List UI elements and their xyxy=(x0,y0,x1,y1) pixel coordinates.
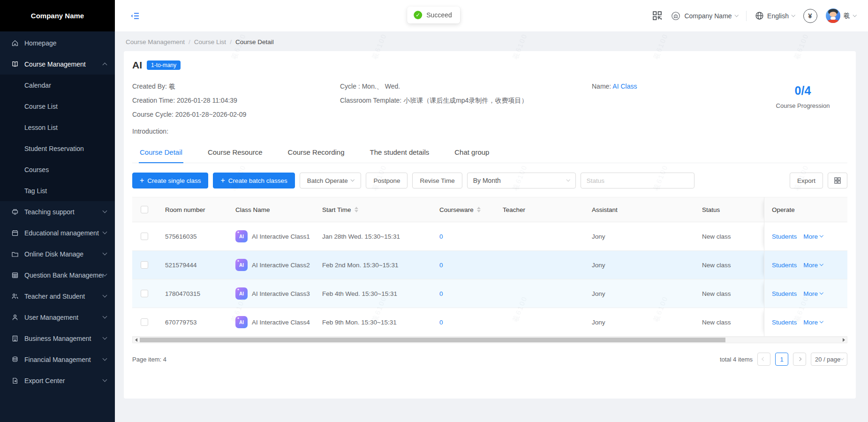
sidebar-item-online-disk-manage[interactable]: Online Disk Manage xyxy=(0,243,115,264)
progression-label: Course Progression xyxy=(758,102,847,109)
sidebar-item-export-center[interactable]: Export Center xyxy=(0,370,115,391)
company-switcher[interactable]: Company Name xyxy=(671,11,738,21)
sidebar-item-calendar[interactable]: Calendar xyxy=(0,75,115,96)
tab-chat-group[interactable]: Chat group xyxy=(453,144,490,163)
column-settings-button[interactable] xyxy=(828,173,847,188)
more-link[interactable]: More xyxy=(803,290,823,297)
chevron-down-icon xyxy=(820,319,823,323)
sidebar-item-financial-management[interactable]: Financial Management xyxy=(0,349,115,370)
breadcrumb-item[interactable]: Course List xyxy=(194,38,226,45)
month-filter-select[interactable]: By Month xyxy=(467,173,576,188)
sidebar-item-teacher-and-student[interactable]: Teacher and Student xyxy=(0,286,115,307)
create-batch-classes-label: Create batch classes xyxy=(228,177,287,184)
cycle-value: Mon.、 Wed. xyxy=(362,83,400,90)
sidebar-item-tag-list[interactable]: Tag List xyxy=(0,180,115,201)
students-link[interactable]: Students xyxy=(772,319,797,326)
create-batch-classes-button[interactable]: + Create batch classes xyxy=(213,173,294,188)
sidebar-item-educational-management[interactable]: Educational management xyxy=(0,222,115,243)
more-link[interactable]: More xyxy=(803,262,823,269)
batch-operate-button[interactable]: Batch Operate xyxy=(300,173,362,188)
chevron-down-icon xyxy=(351,178,355,181)
coins-icon xyxy=(11,355,19,363)
scroll-left-arrow[interactable] xyxy=(133,337,139,343)
sidebar-item-courses[interactable]: Courses xyxy=(0,159,115,180)
home-icon xyxy=(11,39,19,47)
courseware-count-link[interactable]: 0 xyxy=(439,262,443,269)
sidebar: Company Name Homepage Course Management … xyxy=(0,0,115,422)
qr-code-icon[interactable] xyxy=(652,11,662,21)
currency-button[interactable]: ¥ xyxy=(803,9,817,23)
tab-course-detail[interactable]: Course Detail xyxy=(139,144,183,163)
tab-course-recording[interactable]: Course Recording xyxy=(287,144,346,163)
class-name-cell: ✦AI AI Interactive Class3 xyxy=(228,287,315,300)
sidebar-item-homepage[interactable]: Homepage xyxy=(0,32,115,53)
breadcrumb-separator: / xyxy=(230,38,232,45)
courseware-count-link[interactable]: 0 xyxy=(439,290,443,297)
language-switcher[interactable]: English xyxy=(755,11,794,20)
course-progression: 0/4 Course Progression xyxy=(758,79,847,121)
user-menu[interactable]: 羲 xyxy=(826,8,856,23)
postpone-label: Postpone xyxy=(373,177,400,184)
row-checkbox[interactable] xyxy=(141,290,148,297)
students-link[interactable]: Students xyxy=(772,233,797,240)
tab-course-resource[interactable]: Course Resource xyxy=(207,144,264,163)
sidebar-item-student-reservation[interactable]: Student Reservation xyxy=(0,138,115,159)
chevron-down-icon xyxy=(103,230,107,234)
sidebar-item-business-management[interactable]: Business Management xyxy=(0,328,115,349)
breadcrumb-separator: / xyxy=(189,38,190,45)
room-number-cell: 1780470315 xyxy=(158,290,228,297)
breadcrumb-item[interactable]: Course Management xyxy=(126,38,185,45)
sidebar-item-label: Teaching support xyxy=(24,208,103,216)
column-header-courseware[interactable]: Courseware xyxy=(432,206,495,213)
column-header-start-time[interactable]: Start Time xyxy=(315,206,432,213)
tab-student-details[interactable]: The student details xyxy=(369,144,430,163)
scrollbar-thumb[interactable] xyxy=(140,338,725,342)
more-link[interactable]: More xyxy=(803,233,823,240)
select-all-checkbox[interactable] xyxy=(141,206,148,213)
students-link[interactable]: Students xyxy=(772,290,797,297)
more-link[interactable]: More xyxy=(803,319,823,326)
courseware-count-link[interactable]: 0 xyxy=(439,319,443,326)
projector-icon xyxy=(11,208,19,216)
menu-fold-icon[interactable] xyxy=(130,12,140,20)
courseware-count-link[interactable]: 0 xyxy=(439,233,443,240)
start-time-cell: Feb 2nd Mon. 15:30~15:31 xyxy=(315,262,432,269)
sidebar-item-user-management[interactable]: User Management xyxy=(0,307,115,328)
row-checkbox[interactable] xyxy=(141,233,148,240)
course-cycle-value: 2026-01-28~2026-02-09 xyxy=(175,111,246,118)
sort-icons[interactable] xyxy=(355,207,358,212)
sidebar-item-lesson-list[interactable]: Lesson List xyxy=(0,117,115,138)
row-checkbox[interactable] xyxy=(141,318,148,326)
status-filter-input[interactable] xyxy=(581,173,694,188)
chevron-down-icon xyxy=(103,356,107,361)
cycle-field: Cycle : Mon.、 Wed. xyxy=(340,79,592,93)
introduction-field: Introduction: xyxy=(132,124,847,138)
created-by-value: 羲 xyxy=(169,83,175,90)
next-page-button[interactable] xyxy=(793,353,806,366)
row-checkbox[interactable] xyxy=(141,261,148,269)
sidebar-item-question-bank-management[interactable]: Question Bank Management xyxy=(0,264,115,286)
page-number-button[interactable]: 1 xyxy=(775,353,788,366)
sidebar-item-teaching-support[interactable]: Teaching support xyxy=(0,201,115,222)
postpone-button[interactable]: Postpone xyxy=(366,173,408,188)
revise-time-button[interactable]: Revise Time xyxy=(412,173,462,188)
chevron-down-icon xyxy=(103,272,107,277)
sort-icons[interactable] xyxy=(477,207,481,212)
page-size-select[interactable]: 20 / page xyxy=(811,353,847,366)
status-cell: New class xyxy=(694,319,758,326)
students-link[interactable]: Students xyxy=(772,262,797,269)
export-button[interactable]: Export xyxy=(790,173,823,188)
more-label: More xyxy=(803,262,818,269)
class-name-link[interactable]: AI Class xyxy=(612,83,637,90)
sidebar-item-label: Export Center xyxy=(24,377,103,384)
course-type-badge: 1-to-many xyxy=(147,60,181,70)
user-name-label: 羲 xyxy=(844,12,850,20)
scroll-right-arrow[interactable] xyxy=(840,337,847,343)
horizontal-scrollbar[interactable] xyxy=(132,337,847,343)
toolbar: + Create single class + Create batch cla… xyxy=(132,173,847,188)
prev-page-button[interactable] xyxy=(757,353,770,366)
chevron-down-icon xyxy=(734,13,738,17)
create-single-class-button[interactable]: + Create single class xyxy=(132,173,208,188)
sidebar-item-course-list[interactable]: Course List xyxy=(0,96,115,117)
sidebar-item-course-management[interactable]: Course Management xyxy=(0,53,115,75)
